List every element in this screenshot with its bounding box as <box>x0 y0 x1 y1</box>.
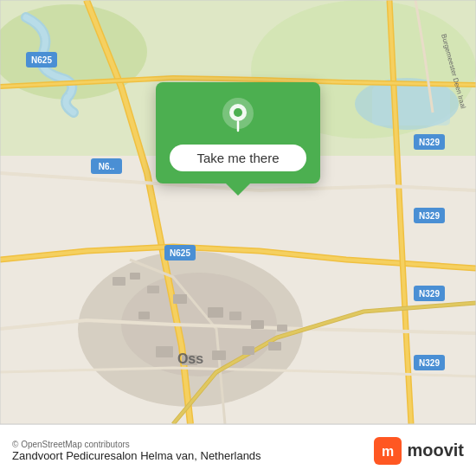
popup-card[interactable]: Take me there <box>156 82 320 183</box>
svg-text:N329: N329 <box>419 211 440 221</box>
svg-rect-15 <box>156 346 173 357</box>
svg-rect-21 <box>277 325 287 331</box>
take-me-there-button[interactable]: Take me there <box>170 145 306 171</box>
place-name: Zandvoort Pedicuresalon Helma van, Nethe… <box>12 449 261 462</box>
map-container: N625 N6.. N625 N329 N329 N329 N329 Oss B… <box>0 0 476 424</box>
svg-text:m: m <box>382 444 394 459</box>
svg-rect-5 <box>372 87 450 125</box>
svg-rect-17 <box>212 351 226 360</box>
svg-rect-10 <box>147 286 159 293</box>
moovit-icon: m <box>374 437 402 465</box>
svg-rect-19 <box>268 342 281 351</box>
svg-text:Oss: Oss <box>177 351 203 366</box>
svg-rect-18 <box>242 346 254 355</box>
bottom-bar: © OpenStreetMap contributors Zandvoort P… <box>0 424 476 476</box>
svg-text:N329: N329 <box>419 289 440 299</box>
svg-rect-13 <box>173 294 187 304</box>
svg-rect-9 <box>130 273 140 280</box>
moovit-logo: m moovit <box>374 437 464 465</box>
svg-rect-14 <box>251 320 264 329</box>
svg-text:N6..: N6.. <box>99 162 115 171</box>
svg-rect-8 <box>113 277 125 286</box>
bottom-info: © OpenStreetMap contributors Zandvoort P… <box>12 440 261 462</box>
map-svg: N625 N6.. N625 N329 N329 N329 N329 Oss B… <box>0 0 476 424</box>
location-pin-icon <box>219 98 257 136</box>
svg-rect-11 <box>208 307 223 318</box>
svg-rect-12 <box>229 312 241 320</box>
svg-text:N625: N625 <box>31 55 52 65</box>
svg-text:N625: N625 <box>170 248 190 258</box>
svg-point-41 <box>234 108 242 117</box>
svg-text:N329: N329 <box>419 358 440 368</box>
svg-text:N329: N329 <box>419 138 440 147</box>
moovit-label: moovit <box>407 441 464 460</box>
svg-rect-20 <box>138 312 150 319</box>
osm-credit: © OpenStreetMap contributors <box>12 440 261 449</box>
